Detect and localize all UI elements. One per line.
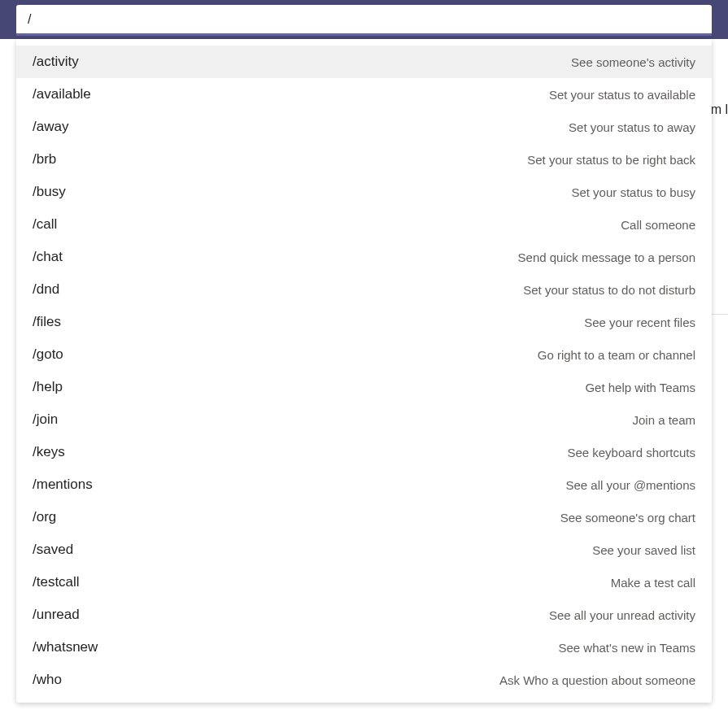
command-name: /who <box>33 672 62 688</box>
command-item[interactable]: /unreadSee all your unread activity <box>16 599 712 631</box>
command-description: Go right to a team or channel <box>538 348 695 362</box>
command-item[interactable]: /activitySee someone's activity <box>16 46 712 78</box>
command-name: /chat <box>33 249 63 265</box>
command-name: /files <box>33 314 61 330</box>
search-container <box>16 5 712 36</box>
command-item[interactable]: /availableSet your status to available <box>16 78 712 111</box>
command-item[interactable]: /keysSee keyboard shortcuts <box>16 436 712 468</box>
command-item[interactable]: /gotoGo right to a team or channel <box>16 338 712 371</box>
command-item[interactable]: /mentionsSee all your @mentions <box>16 468 712 501</box>
command-description: Set your status to be right back <box>527 153 695 167</box>
command-name: /keys <box>33 444 65 460</box>
command-name: /testcall <box>33 574 80 590</box>
command-description: Get help with Teams <box>585 381 695 394</box>
command-item[interactable]: /testcallMake a test call <box>16 566 712 599</box>
background-partial-text: m l <box>711 102 728 117</box>
command-name: /available <box>33 86 91 102</box>
command-item[interactable]: /helpGet help with Teams <box>16 371 712 403</box>
command-dropdown: /activitySee someone's activity/availabl… <box>16 39 712 703</box>
command-name: /call <box>33 216 57 233</box>
command-description: Send quick message to a person <box>518 250 695 264</box>
command-name: /away <box>33 119 68 135</box>
command-description: See all your @mentions <box>566 478 695 492</box>
command-item[interactable]: /busySet your status to busy <box>16 176 712 208</box>
command-description: See what's new in Teams <box>558 641 695 655</box>
command-item[interactable]: /dndSet your status to do not disturb <box>16 273 712 306</box>
command-description: Set your status to do not disturb <box>523 283 695 297</box>
command-name: /whatsnew <box>33 639 98 655</box>
command-item[interactable]: /savedSee your saved list <box>16 533 712 566</box>
command-item[interactable]: /whoAsk Who a question about someone <box>16 664 712 696</box>
command-description: Set your status to busy <box>571 185 695 199</box>
command-description: See someone's org chart <box>560 511 695 525</box>
command-item[interactable]: /brbSet your status to be right back <box>16 143 712 176</box>
command-description: Ask Who a question about someone <box>499 673 695 687</box>
command-name: /saved <box>33 542 73 558</box>
command-name: /goto <box>33 346 63 363</box>
command-description: See all your unread activity <box>549 608 695 622</box>
command-name: /brb <box>33 151 56 168</box>
command-description: See keyboard shortcuts <box>567 446 695 459</box>
command-description: See your recent files <box>584 316 695 329</box>
command-name: /dnd <box>33 281 59 298</box>
command-description: See someone's activity <box>571 55 695 69</box>
command-description: Set your status to available <box>549 88 695 102</box>
command-description: Make a test call <box>611 576 695 590</box>
command-item[interactable]: /joinJoin a team <box>16 403 712 436</box>
command-item[interactable]: /callCall someone <box>16 208 712 241</box>
command-description: See your saved list <box>592 543 695 557</box>
command-name: /activity <box>33 54 79 70</box>
command-item[interactable]: /whatsnewSee what's new in Teams <box>16 631 712 664</box>
command-name: /org <box>33 509 56 525</box>
command-name: /help <box>33 379 63 395</box>
command-description: Join a team <box>632 413 695 427</box>
command-description: Set your status to away <box>569 120 695 134</box>
command-item[interactable]: /awaySet your status to away <box>16 111 712 143</box>
command-search-input[interactable] <box>16 5 712 36</box>
command-name: /join <box>33 411 58 428</box>
command-item[interactable]: /orgSee someone's org chart <box>16 501 712 533</box>
command-name: /mentions <box>33 477 93 493</box>
command-name: /busy <box>33 184 66 200</box>
command-item[interactable]: /chatSend quick message to a person <box>16 241 712 273</box>
command-name: /unread <box>33 607 80 623</box>
command-description: Call someone <box>621 218 695 232</box>
command-item[interactable]: /filesSee your recent files <box>16 306 712 338</box>
